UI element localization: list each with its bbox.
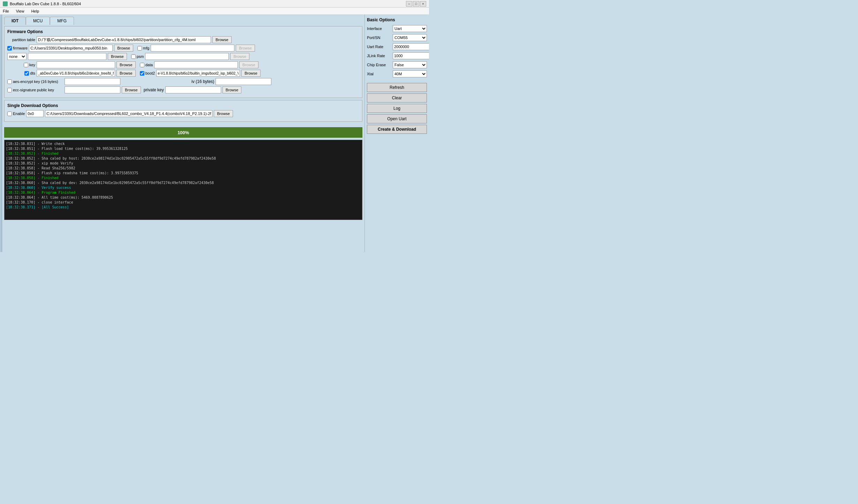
menu-bar: File View Help	[0, 8, 429, 15]
mfg-label: mfg	[143, 46, 149, 50]
none-input[interactable]	[28, 53, 106, 60]
log-line: [18:32:38.051] - Flash load time cost(ms…	[6, 146, 361, 151]
single-download-browse[interactable]: Browse	[214, 110, 233, 117]
dts-input[interactable]	[37, 70, 115, 77]
data-label: data	[145, 63, 153, 67]
menu-view[interactable]: View	[15, 8, 26, 14]
main-content: IOT MCU MFG Firmware Options partition t…	[0, 15, 429, 252]
ecc-checkbox[interactable]	[7, 88, 12, 92]
mfg-browse[interactable]: Browse	[236, 45, 255, 52]
psm-checkbox-label[interactable]: psm	[131, 54, 144, 59]
clear-button[interactable]: Clear	[367, 93, 427, 102]
port-sn-row: Port/SN COM55	[367, 34, 427, 41]
interface-select[interactable]: Uart JLink	[393, 25, 427, 32]
key-checkbox[interactable]	[24, 63, 28, 67]
ecc-row: ecc-signature public key Browse private …	[7, 86, 359, 93]
firmware-options-title: Firmware Options	[7, 29, 359, 34]
ecc-private-key-input[interactable]	[165, 86, 221, 93]
jlink-rate-label: JLink Rate	[367, 54, 391, 58]
enable-checkbox-label[interactable]: Enable	[7, 112, 25, 116]
create-download-button[interactable]: Create & Download	[367, 125, 427, 134]
log-line: [18:32:38.060] - Verify success	[6, 185, 361, 190]
open-uart-button[interactable]: Open Uart	[367, 114, 427, 123]
progress-section: 100%	[4, 125, 362, 140]
key-checkbox-label[interactable]: key	[7, 63, 35, 67]
data-checkbox[interactable]	[140, 63, 144, 67]
psm-label: psm	[137, 54, 144, 59]
single-download-section: Single Download Options Enable Browse	[4, 100, 362, 122]
log-line: [18:32:38.058] - Finished	[6, 176, 361, 181]
log-line: [18:32:38.171] - [All Success]	[6, 205, 361, 210]
title-bar: Bouffalo Lab Dev Cube 1.8.8 - BL602/604 …	[0, 0, 429, 8]
data-checkbox-label[interactable]: data	[140, 63, 153, 67]
boot2-checkbox-label[interactable]: boot2	[140, 71, 155, 76]
file-path-input[interactable]	[45, 110, 212, 117]
minimize-button[interactable]: –	[406, 1, 412, 7]
app-icon	[3, 1, 8, 6]
key-input[interactable]	[37, 61, 115, 68]
firmware-checkbox[interactable]	[7, 46, 12, 51]
boot2-input[interactable]	[156, 70, 240, 77]
partition-table-row: partition table Browse	[7, 36, 359, 43]
log-button[interactable]: Log	[367, 104, 427, 113]
firmware-label: firmware	[13, 46, 28, 50]
aes-checkbox-label[interactable]: aes-encrypt key (16 bytes)	[7, 79, 63, 84]
enable-checkbox[interactable]	[7, 112, 12, 116]
partition-table-input[interactable]	[37, 36, 211, 43]
ecc-checkbox-label[interactable]: ecc-signature public key	[7, 88, 63, 92]
interface-label: Interface	[367, 26, 391, 31]
partition-table-browse[interactable]: Browse	[212, 36, 232, 43]
log-line: [18:32:38.058] - Flash xip readsha time …	[6, 171, 361, 176]
iv-input[interactable]	[216, 78, 271, 85]
log-line: [18:32:38.064] - Program Finished	[6, 190, 361, 195]
jlink-rate-row: JLink Rate	[367, 52, 427, 59]
tab-mfg[interactable]: MFG	[50, 17, 74, 25]
data-input[interactable]	[154, 61, 238, 68]
maximize-button[interactable]: □	[413, 1, 419, 7]
none-select[interactable]: none	[7, 53, 27, 60]
chip-erase-select[interactable]: False True	[393, 61, 427, 68]
psm-browse[interactable]: Browse	[230, 53, 249, 60]
refresh-button[interactable]: Refresh	[367, 83, 427, 92]
aes-key-input[interactable]	[65, 78, 120, 85]
firmware-browse[interactable]: Browse	[114, 45, 133, 52]
log-line: [18:32:38.060] - Sha caled by dev: 2030c…	[6, 181, 361, 185]
boot2-browse[interactable]: Browse	[241, 70, 261, 77]
firmware-input[interactable]	[29, 45, 113, 52]
progress-bar-container: 100%	[4, 127, 362, 138]
tab-iot[interactable]: IOT	[4, 17, 26, 25]
data-browse[interactable]: Browse	[239, 61, 258, 68]
menu-file[interactable]: File	[1, 8, 10, 14]
aes-checkbox[interactable]	[7, 79, 12, 84]
jlink-rate-input[interactable]	[393, 52, 429, 59]
none-browse[interactable]: Browse	[108, 53, 127, 60]
psm-input[interactable]	[145, 53, 229, 60]
key-data-row: key Browse data Browse	[7, 61, 359, 68]
close-button[interactable]: ×	[420, 1, 426, 7]
tab-mcu[interactable]: MCU	[26, 17, 50, 25]
title-bar-controls[interactable]: – □ ×	[406, 1, 426, 7]
dts-checkbox[interactable]	[24, 71, 29, 76]
log-area[interactable]: [18:32:38.031] - Write check[18:32:38.05…	[4, 140, 362, 220]
log-line: [18:32:38.052] - Sha caled by host: 2030…	[6, 156, 361, 161]
boot2-checkbox[interactable]	[140, 71, 144, 76]
iv-label: iv (16 bytes)	[191, 79, 214, 84]
mfg-checkbox-label[interactable]: mfg	[137, 46, 149, 51]
address-input[interactable]	[26, 110, 44, 117]
firmware-options-section: Firmware Options partition table Browse …	[4, 26, 362, 98]
xtal-select[interactable]: 40M 26M 32M 38.4M 24M	[393, 70, 427, 77]
dts-checkbox-label[interactable]: dts	[7, 71, 35, 76]
log-line: [18:32:38.170] - close interface	[6, 200, 361, 205]
menu-help[interactable]: Help	[30, 8, 40, 14]
ecc-public-key-input[interactable]	[65, 86, 120, 93]
dts-browse[interactable]: Browse	[116, 70, 136, 77]
ecc-prv-browse[interactable]: Browse	[223, 86, 242, 93]
uart-rate-input[interactable]	[393, 43, 429, 50]
psm-checkbox[interactable]	[131, 54, 136, 59]
ecc-pub-browse[interactable]: Browse	[122, 86, 141, 93]
mfg-checkbox[interactable]	[137, 46, 142, 51]
port-sn-select[interactable]: COM55	[393, 34, 427, 41]
firmware-checkbox-label[interactable]: firmware	[7, 46, 28, 51]
mfg-input[interactable]	[151, 45, 234, 52]
key-browse[interactable]: Browse	[116, 61, 136, 68]
